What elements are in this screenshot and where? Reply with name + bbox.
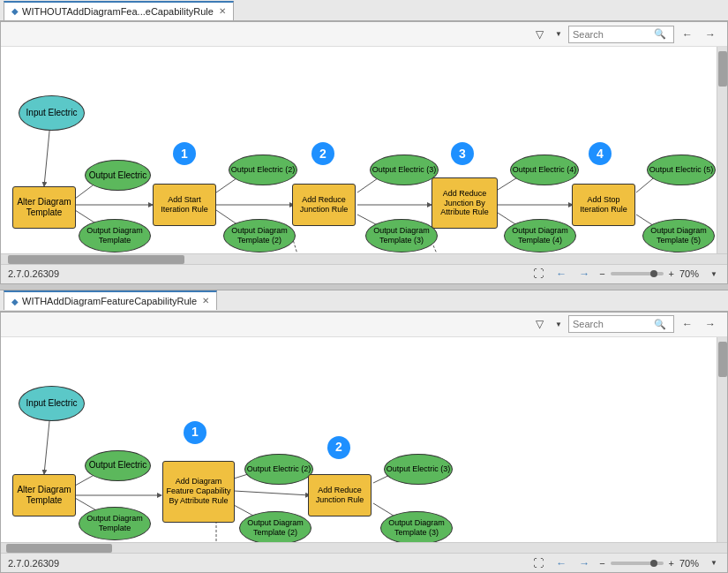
nav-back-top[interactable]: ← bbox=[678, 25, 697, 44]
nav-back-bottom[interactable]: ← bbox=[678, 314, 697, 334]
node-alter-diagram-top[interactable]: Alter Diagram Template bbox=[12, 186, 76, 229]
node-output-electric-bottom[interactable]: Output Electric bbox=[85, 450, 151, 481]
node-input-electric-top[interactable]: Input Electric bbox=[19, 95, 85, 131]
node-output-diagram-5-top[interactable]: Output Diagram Template (5) bbox=[642, 219, 715, 253]
tab-close-without[interactable]: ✕ bbox=[219, 7, 226, 16]
node-add-start-top[interactable]: Add Start Iteration Rule bbox=[153, 184, 216, 226]
zoom-thumb-top bbox=[650, 270, 657, 277]
fit-icon-bottom: ⛶ bbox=[533, 557, 544, 569]
zoom-dropdown-bottom[interactable]: ▼ bbox=[708, 554, 720, 573]
search-box-bottom[interactable]: 🔍 bbox=[568, 315, 674, 333]
dropdown-chevron-bottom: ▼ bbox=[555, 320, 562, 328]
forward-arrow-icon-bottom: → bbox=[705, 318, 716, 330]
scroll-v-thumb-top[interactable] bbox=[718, 51, 727, 87]
search-input-top[interactable] bbox=[573, 29, 652, 40]
nav-forward-status-bottom[interactable]: → bbox=[574, 554, 594, 573]
node-add-reduce-top[interactable]: Add Reduce Junction Rule bbox=[292, 184, 356, 226]
nav-forward-bottom[interactable]: → bbox=[701, 314, 720, 334]
node-output-diagram-top[interactable]: Output Diagram Template bbox=[79, 219, 151, 253]
tab-label-with: WITHAddDiagramFeatureCapabilityRule bbox=[22, 296, 197, 306]
node-output-diagram-bottom[interactable]: Output Diagram Template bbox=[79, 507, 151, 540]
nav-forward-status-top[interactable]: → bbox=[574, 264, 594, 283]
node-output-electric-3-top[interactable]: Output Electric (3) bbox=[370, 155, 439, 185]
filter-button-bottom[interactable]: ▽ bbox=[529, 314, 549, 334]
node-output-electric-2-top[interactable]: Output Electric (2) bbox=[229, 155, 297, 185]
bottom-status-bar: 2.7.0.26309 ⛶ ← → − + 70 bbox=[1, 553, 727, 572]
node-add-reduce-by-attr-top[interactable]: Add Reduce Junction By Attribute Rule bbox=[432, 177, 498, 229]
version-bottom: 2.7.0.26309 bbox=[8, 558, 59, 569]
node-output-diagram-4-top[interactable]: Output Diagram Template (4) bbox=[504, 219, 576, 253]
search-input-bottom[interactable] bbox=[573, 319, 652, 329]
zoom-level-top: 70% bbox=[679, 268, 704, 279]
node-input-electric-bottom[interactable]: Input Electric bbox=[19, 386, 85, 421]
filter-dropdown-top[interactable]: ▼ bbox=[552, 25, 565, 44]
node-add-stop-top[interactable]: Add Stop Iteration Rule bbox=[572, 184, 635, 226]
filter-dropdown-bottom[interactable]: ▼ bbox=[552, 314, 565, 334]
nav-back-status-bottom[interactable]: ← bbox=[552, 554, 571, 573]
node-alter-diagram-bottom[interactable]: Alter Diagram Template bbox=[12, 474, 76, 516]
fit-view-btn-bottom[interactable]: ⛶ bbox=[529, 554, 548, 573]
zoom-plus-top[interactable]: + bbox=[667, 268, 676, 279]
tab-with[interactable]: ◆ WITHAddDiagramFeatureCapabilityRule ✕ bbox=[4, 290, 217, 310]
scroll-vertical-top[interactable] bbox=[717, 47, 727, 253]
forward-icon-status-bottom: → bbox=[579, 557, 589, 569]
status-right-top: ⛶ ← → − + 70% ▼ bbox=[529, 264, 720, 283]
top-section: ◆ WITHOUTAddDiagramFea...eCapabilityRule… bbox=[0, 0, 728, 283]
search-icon-bottom: 🔍 bbox=[654, 319, 666, 330]
tab-without[interactable]: ◆ WITHOUTAddDiagramFea...eCapabilityRule… bbox=[4, 1, 234, 20]
scroll-thumb-h-top[interactable] bbox=[8, 255, 184, 264]
panel-divider bbox=[0, 283, 728, 290]
svg-line-23 bbox=[234, 491, 310, 495]
zoom-plus-bottom[interactable]: + bbox=[667, 558, 676, 569]
bottom-toolbar: ▽ ▼ 🔍 ← → bbox=[1, 313, 727, 337]
node-output-electric-2-bottom[interactable]: Output Electric (2) bbox=[244, 454, 313, 485]
filter-icon-top: ▽ bbox=[536, 28, 544, 41]
zoom-minus-top[interactable]: − bbox=[597, 268, 606, 279]
zoom-dropdown-top[interactable]: ▼ bbox=[708, 264, 720, 283]
scroll-thumb-h-bottom[interactable] bbox=[6, 544, 112, 553]
scroll-v-thumb-bottom[interactable] bbox=[718, 342, 727, 377]
zoom-slider-bottom[interactable] bbox=[611, 562, 664, 565]
node-output-electric-3-bottom[interactable]: Output Electric (3) bbox=[384, 454, 453, 485]
node-output-diagram-3-top[interactable]: Output Diagram Template (3) bbox=[365, 219, 438, 253]
badge-3-top: 3 bbox=[451, 142, 474, 165]
zoom-minus-bottom[interactable]: − bbox=[597, 558, 606, 569]
status-right-bottom: ⛶ ← → − + 70% ▼ bbox=[529, 554, 720, 573]
top-toolbar: ▽ ▼ 🔍 ← → bbox=[1, 22, 727, 47]
node-add-reduce-bottom[interactable]: Add Reduce Junction Rule bbox=[308, 474, 372, 516]
search-box-top[interactable]: 🔍 bbox=[568, 26, 674, 43]
node-output-electric-4-top[interactable]: Output Electric (4) bbox=[510, 155, 579, 185]
node-output-diagram-2-top[interactable]: Output Diagram Template (2) bbox=[223, 219, 296, 253]
zoom-chevron-bottom: ▼ bbox=[710, 559, 717, 567]
zoom-slider-top[interactable] bbox=[611, 272, 664, 275]
bottom-tab-bar: ◆ WITHAddDiagramFeatureCapabilityRule ✕ bbox=[0, 290, 728, 312]
tab-close-with[interactable]: ✕ bbox=[202, 297, 209, 305]
fit-view-btn-top[interactable]: ⛶ bbox=[529, 264, 548, 283]
version-top: 2.7.0.26309 bbox=[8, 268, 59, 279]
node-output-electric-5-top[interactable]: Output Electric (5) bbox=[647, 155, 716, 185]
back-icon-status-bottom: ← bbox=[556, 557, 567, 569]
zoom-thumb-bottom bbox=[650, 560, 657, 567]
node-add-diagram-feature-bottom[interactable]: Add Diagram Feature Capability By Attrib… bbox=[162, 461, 235, 523]
node-output-diagram-2-bottom[interactable]: Output Diagram Template (2) bbox=[239, 511, 311, 543]
node-output-diagram-3-bottom[interactable]: Output Diagram Template (3) bbox=[380, 511, 453, 543]
scroll-h-bottom[interactable] bbox=[1, 542, 727, 553]
badge-4-top: 4 bbox=[589, 142, 612, 165]
nav-forward-top[interactable]: → bbox=[701, 25, 720, 44]
badge-2-bottom: 2 bbox=[327, 436, 350, 459]
zoom-chevron-top: ▼ bbox=[710, 270, 717, 278]
filter-button-top[interactable]: ▽ bbox=[529, 25, 549, 44]
node-output-electric-top[interactable]: Output Electric bbox=[85, 160, 151, 191]
scroll-h-top[interactable] bbox=[1, 253, 727, 264]
nav-back-status-top[interactable]: ← bbox=[552, 264, 571, 283]
bottom-diagram-panel: ▽ ▼ 🔍 ← → bbox=[0, 312, 728, 574]
search-icon-top: 🔍 bbox=[654, 28, 666, 40]
forward-arrow-icon-top: → bbox=[705, 28, 716, 41]
zoom-level-bottom: 70% bbox=[679, 558, 704, 569]
tab-label-without: WITHOUTAddDiagramFea...eCapabilityRule bbox=[22, 6, 214, 17]
svg-line-16 bbox=[433, 245, 442, 253]
scroll-vertical-bottom[interactable] bbox=[717, 337, 727, 543]
bottom-diagram-canvas: Input Electric Alter Diagram Template Ou… bbox=[1, 337, 727, 543]
bottom-section: ◆ WITHAddDiagramFeatureCapabilityRule ✕ … bbox=[0, 290, 728, 574]
top-tab-bar: ◆ WITHOUTAddDiagramFea...eCapabilityRule… bbox=[0, 0, 728, 21]
